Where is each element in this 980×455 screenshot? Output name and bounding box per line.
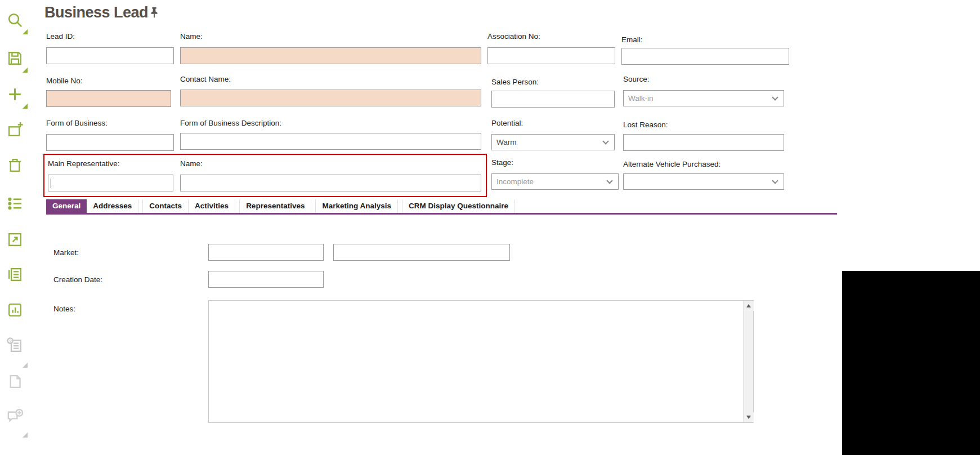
form-of-business-description-input[interactable] <box>180 133 481 150</box>
mobile-no-input[interactable] <box>46 90 171 107</box>
notes-scrollbar[interactable] <box>743 301 753 422</box>
creation-date-label: Creation Date: <box>53 275 102 284</box>
black-overlay <box>842 271 980 455</box>
chevron-down-icon <box>772 177 778 184</box>
contact-name-input[interactable] <box>180 90 481 106</box>
list-icon[interactable] <box>6 195 24 212</box>
alternate-vehicle-purchased-select[interactable] <box>623 173 784 190</box>
contact-name-label: Contact Name: <box>180 75 231 83</box>
business-lead-window: ? Business Lead Lead ID: Name: Associati… <box>0 0 980 455</box>
alternate-vehicle-purchased-label: Alternate Vehicle Purchased: <box>623 160 721 168</box>
questionnaire-icon: ? <box>6 337 24 354</box>
add-record-icon[interactable] <box>6 121 24 139</box>
association-no-label: Association No: <box>487 32 540 41</box>
details-list-icon[interactable] <box>6 266 24 283</box>
add-comment-options-triangle <box>23 432 28 438</box>
export-icon[interactable] <box>6 231 24 248</box>
source-value: Walk-in <box>628 94 654 102</box>
svg-text:?: ? <box>9 338 12 344</box>
chevron-down-icon <box>602 138 608 144</box>
lost-reason-label: Lost Reason: <box>623 121 668 129</box>
tab-activities[interactable]: Activities <box>189 199 235 213</box>
chart-icon[interactable] <box>6 301 24 319</box>
potential-value: Warm <box>496 138 517 146</box>
search-icon[interactable] <box>6 11 24 29</box>
questionnaire-options-triangle <box>23 363 28 368</box>
notes-label: Notes: <box>53 305 75 313</box>
form-of-business-input[interactable] <box>46 134 174 151</box>
chevron-down-icon <box>606 177 612 184</box>
market-code-input[interactable] <box>208 244 324 261</box>
market-label: Market: <box>53 248 79 257</box>
add-options-triangle[interactable] <box>23 104 28 109</box>
save-options-triangle[interactable] <box>23 68 28 73</box>
source-select[interactable]: Walk-in <box>623 90 784 106</box>
stage-value: Incomplete <box>496 177 534 186</box>
stage-select[interactable]: Incomplete <box>491 173 619 190</box>
tab-marketing-analysis[interactable]: Marketing Analysis <box>315 199 398 213</box>
main-representative-label: Main Representative: <box>48 159 120 168</box>
page-title: Business Lead <box>44 4 148 21</box>
form-of-business-description-label: Form of Business Description: <box>180 119 281 127</box>
lead-id-label: Lead ID: <box>46 32 75 41</box>
save-icon[interactable] <box>6 50 24 67</box>
tab-addresses[interactable]: Addresses <box>87 199 138 213</box>
text-caret <box>51 179 51 188</box>
source-label: Source: <box>623 75 650 83</box>
tab-crm-display-questionnaire[interactable]: CRM Display Questionnaire <box>402 199 515 213</box>
tabstrip-underline <box>46 213 837 215</box>
add-comment-icon <box>6 408 24 425</box>
tab-general[interactable]: General <box>46 199 87 213</box>
stage-label: Stage: <box>491 158 513 167</box>
potential-select[interactable]: Warm <box>491 134 615 150</box>
search-options-triangle[interactable] <box>23 29 28 34</box>
scroll-up-icon[interactable] <box>744 301 754 311</box>
name-input[interactable] <box>180 47 481 64</box>
sales-person-label: Sales Person: <box>491 78 539 86</box>
mobile-no-label: Mobile No: <box>46 77 83 85</box>
lost-reason-input[interactable] <box>623 134 784 151</box>
lead-id-input[interactable] <box>46 47 174 64</box>
potential-label: Potential: <box>491 119 523 127</box>
toolbar-sidebar: ? <box>0 0 33 455</box>
email-input[interactable] <box>621 48 789 65</box>
main-representative-name-input[interactable] <box>180 175 481 191</box>
association-no-input[interactable] <box>487 47 615 64</box>
chevron-down-icon <box>772 94 778 100</box>
email-label: Email: <box>621 35 643 44</box>
tab-contacts[interactable]: Contacts <box>142 199 189 213</box>
tab-representatives[interactable]: Representatives <box>239 199 311 213</box>
delete-icon[interactable] <box>6 157 24 174</box>
market-description-input[interactable] <box>333 244 510 261</box>
tab-bar: General Addresses Contacts Activities Re… <box>46 199 515 213</box>
scroll-down-icon[interactable] <box>744 412 754 422</box>
notes-textarea[interactable] <box>208 300 754 423</box>
name-label: Name: <box>180 32 203 41</box>
form-of-business-label: Form of Business: <box>46 119 108 127</box>
main-representative-name-label: Name: <box>180 159 203 168</box>
main-representative-input[interactable] <box>48 175 173 191</box>
pin-icon[interactable] <box>148 6 160 20</box>
note-icon <box>6 373 24 390</box>
creation-date-input[interactable] <box>208 271 324 288</box>
sales-person-input[interactable] <box>491 91 615 108</box>
add-icon[interactable] <box>6 86 24 103</box>
